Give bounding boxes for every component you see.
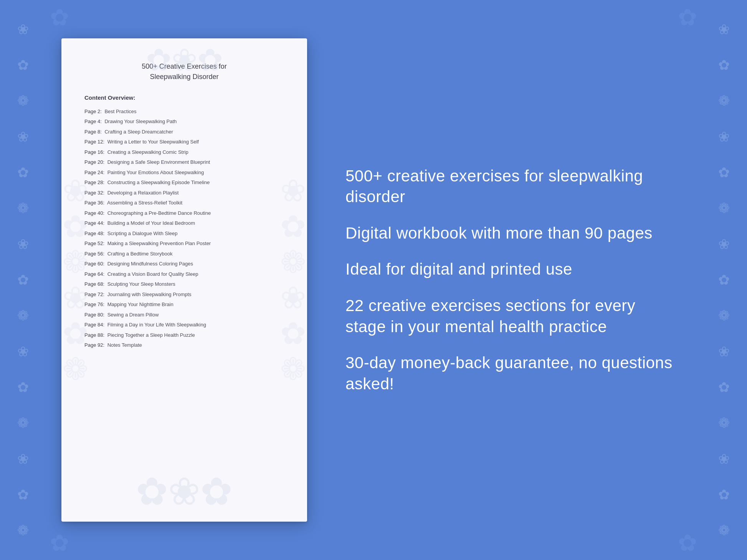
table-row: Page 8: Crafting a Sleep Dreamcatcher	[84, 127, 284, 137]
toc-item-label: Creating a Vision Board for Quality Slee…	[106, 271, 198, 277]
toc-page-num: Page 4:	[84, 119, 102, 124]
info-text-1: 500+ creative exercises for sleepwalking…	[345, 166, 678, 208]
toc-item-label: Assembling a Stress-Relief Toolkit	[106, 200, 182, 206]
floral-icon: ❀	[718, 345, 730, 359]
table-row: Page 56: Crafting a Bedtime Storybook	[84, 249, 284, 259]
toc-item-label: Scripting a Dialogue With Sleep	[106, 231, 177, 236]
toc-item-label: Making a Sleepwalking Prevention Plan Po…	[106, 240, 211, 246]
table-row: Page 40: Choreographing a Pre-Bedtime Da…	[84, 208, 284, 218]
toc-item-label: Creating a Sleepwalking Comic Strip	[106, 149, 188, 155]
info-block-2: Digital workbook with more than 90 pages	[345, 223, 678, 244]
toc-page-num: Page 84:	[84, 322, 104, 328]
toc-page-num: Page 8:	[84, 129, 102, 135]
info-block-5: 30-day money-back guarantee, no question…	[345, 352, 678, 394]
floral-border-right: ❀ ✿ ❁ ❀ ✿ ❁ ❀ ✿ ❁ ❀ ✿ ❁ ❀ ✿ ❁	[701, 0, 747, 560]
table-row: Page 52: Making a Sleepwalking Preventio…	[84, 239, 284, 249]
table-row: Page 84: Filming a Day in Your Life With…	[84, 320, 284, 330]
floral-icon: ❁	[17, 94, 29, 108]
table-row: Page 48: Scripting a Dialogue With Sleep	[84, 228, 284, 239]
doc-watermark-bottom: ✿❀✿	[136, 469, 233, 514]
toc-page-num: Page 28:	[84, 180, 104, 185]
toc-page-num: Page 80:	[84, 312, 104, 318]
table-row: Page 64: Creating a Vision Board for Qua…	[84, 269, 284, 279]
toc-item-label: Best Practices	[103, 109, 137, 114]
toc-item-label: Notes Template	[106, 342, 142, 348]
table-row: Page 16: Creating a Sleepwalking Comic S…	[84, 147, 284, 157]
floral-icon: ✿	[718, 380, 730, 394]
toc-item-label: Filming a Day in Your Life With Sleepwal…	[106, 322, 206, 328]
table-row: Page 76: Mapping Your Nighttime Brain	[84, 300, 284, 310]
info-block-1: 500+ creative exercises for sleepwalking…	[345, 166, 678, 208]
floral-icon: ❁	[718, 416, 730, 430]
toc-item-label: Journaling with Sleepwalking Prompts	[106, 292, 192, 297]
table-row: Page 36: Assembling a Stress-Relief Tool…	[84, 198, 284, 208]
floral-icon: ✿	[17, 58, 29, 72]
floral-icon: ❁	[17, 201, 29, 215]
toc-item-label: Choreographing a Pre-Bedtime Dance Routi…	[106, 210, 211, 216]
toc-item-label: Drawing Your Sleepwalking Path	[103, 119, 177, 124]
floral-icon: ❀	[17, 237, 29, 251]
toc-page-num: Page 52:	[84, 240, 104, 246]
toc-page-num: Page 76:	[84, 301, 104, 307]
info-text-5: 30-day money-back guarantee, no question…	[345, 352, 678, 394]
floral-icon: ❀	[718, 237, 730, 251]
toc-item-label: Painting Your Emotions About Sleepwalkin…	[106, 170, 204, 175]
document-title: 500+ Creative Exercises for Sleepwalking…	[84, 61, 284, 82]
toc-page-num: Page 24:	[84, 170, 104, 175]
floral-icon: ❀	[17, 130, 29, 144]
table-of-contents: Page 2: Best PracticesPage 4: Drawing Yo…	[84, 106, 284, 350]
toc-page-num: Page 92:	[84, 342, 104, 348]
toc-item-label: Sewing a Dream Pillow	[106, 312, 159, 318]
table-row: Page 88: Piecing Together a Sleep Health…	[84, 330, 284, 340]
floral-icon: ❀	[718, 23, 730, 36]
toc-page-num: Page 40:	[84, 210, 104, 216]
floral-icon: ❁	[718, 524, 730, 537]
toc-page-num: Page 2:	[84, 109, 102, 114]
info-block-4: 22 creative exercises sections for every…	[345, 295, 678, 337]
floral-icon: ✿	[17, 273, 29, 287]
table-row: Page 68: Sculpting Your Sleep Monsters	[84, 279, 284, 290]
floral-icon: ❁	[17, 416, 29, 430]
floral-icon: ❁	[17, 309, 29, 323]
toc-item-label: Mapping Your Nighttime Brain	[106, 301, 174, 307]
toc-item-label: Writing a Letter to Your Sleepwalking Se…	[106, 139, 199, 145]
floral-icon: ❁	[718, 309, 730, 323]
info-text-2: Digital workbook with more than 90 pages	[345, 223, 678, 244]
toc-item-label: Designing Mindfulness Coloring Pages	[106, 261, 193, 267]
floral-icon: ✿	[718, 273, 730, 287]
info-panel: 500+ creative exercises for sleepwalking…	[330, 158, 686, 402]
main-content: ✿❀✿ ❀✿❁❀✿❁ ❀✿❁❀✿❁ 500+ Creative Exercise…	[0, 0, 747, 560]
floral-icon: ❁	[17, 524, 29, 537]
toc-page-num: Page 88:	[84, 332, 104, 338]
info-text-3: Ideal for digital and printed use	[345, 259, 678, 280]
floral-icon: ❀	[17, 23, 29, 36]
floral-icon: ❀	[17, 452, 29, 466]
toc-page-num: Page 32:	[84, 190, 104, 196]
toc-page-num: Page 72:	[84, 292, 104, 297]
toc-page-num: Page 60:	[84, 261, 104, 267]
table-row: Page 12: Writing a Letter to Your Sleepw…	[84, 137, 284, 147]
toc-item-label: Developing a Relaxation Playlist	[106, 190, 178, 196]
toc-heading: Content Overview:	[84, 94, 284, 101]
floral-icon: ✿	[718, 58, 730, 72]
toc-page-num: Page 20:	[84, 159, 104, 165]
toc-page-num: Page 64:	[84, 271, 104, 277]
floral-icon: ❀	[718, 130, 730, 144]
toc-item-label: Building a Model of Your Ideal Bedroom	[106, 220, 195, 226]
floral-icon: ✿	[17, 488, 29, 502]
toc-item-label: Constructing a Sleepwalking Episode Time…	[106, 180, 210, 185]
info-text-4: 22 creative exercises sections for every…	[345, 295, 678, 337]
table-row: Page 4: Drawing Your Sleepwalking Path	[84, 117, 284, 127]
table-row: Page 20: Designing a Safe Sleep Environm…	[84, 157, 284, 168]
floral-icon: ✿	[17, 380, 29, 394]
toc-page-num: Page 12:	[84, 139, 104, 145]
table-row: Page 32: Developing a Relaxation Playlis…	[84, 188, 284, 198]
floral-icon: ❀	[718, 452, 730, 466]
info-block-3: Ideal for digital and printed use	[345, 259, 678, 280]
toc-page-num: Page 56:	[84, 251, 104, 257]
table-row: Page 28: Constructing a Sleepwalking Epi…	[84, 178, 284, 188]
document-panel: ✿❀✿ ❀✿❁❀✿❁ ❀✿❁❀✿❁ 500+ Creative Exercise…	[61, 38, 307, 522]
toc-item-label: Designing a Safe Sleep Environment Bluep…	[106, 159, 210, 165]
toc-item-label: Sculpting Your Sleep Monsters	[106, 281, 175, 287]
table-row: Page 72: Journaling with Sleepwalking Pr…	[84, 289, 284, 300]
